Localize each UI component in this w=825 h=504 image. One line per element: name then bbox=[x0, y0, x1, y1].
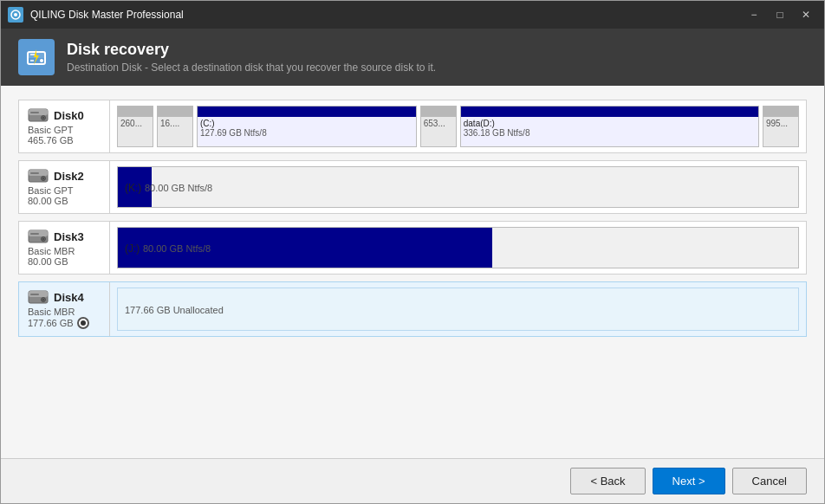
next-button[interactable]: Next > bbox=[653, 468, 725, 494]
svg-point-26 bbox=[42, 299, 44, 300]
disk2-partitions: (K:) 80.00 GB Ntfs/8 bbox=[110, 161, 806, 213]
disk-row-disk0[interactable]: Disk0 Basic GPT 465.76 GB 260... 16.... bbox=[18, 100, 807, 153]
disk2-size: 80.00 GB bbox=[28, 196, 101, 206]
disk-row-disk3[interactable]: Disk3 Basic MBR 80.00 GB (J:) 80.00 GB N… bbox=[18, 221, 807, 275]
disk0-part2: 16.... bbox=[157, 106, 193, 147]
disk4-name: Disk4 bbox=[54, 291, 84, 304]
disk3-partitions: (J:) 80.00 GB Ntfs/8 bbox=[110, 222, 806, 274]
page-title: Disk recovery bbox=[67, 41, 436, 59]
page-subtitle: Destination Disk - Select a destination … bbox=[67, 61, 436, 74]
svg-rect-27 bbox=[30, 294, 39, 295]
svg-rect-22 bbox=[30, 233, 39, 235]
disk0-part-c: (C:) 127.69 GB Ntfs/8 bbox=[197, 106, 417, 147]
disk3-part-j: (J:) 80.00 GB Ntfs/8 bbox=[117, 227, 799, 268]
page-header: Disk recovery Destination Disk - Select … bbox=[1, 29, 824, 86]
disk3-info: Disk3 Basic MBR 80.00 GB bbox=[19, 222, 110, 274]
disk0-part4: 653... bbox=[420, 106, 457, 147]
disk0-size: 465.76 GB bbox=[28, 135, 101, 145]
svg-point-21 bbox=[42, 238, 44, 240]
disk-list: Disk0 Basic GPT 465.76 GB 260... 16.... bbox=[1, 86, 824, 458]
svg-point-4 bbox=[40, 59, 43, 62]
app-title: QILING Disk Master Professional bbox=[30, 9, 743, 21]
disk4-type: Basic MBR bbox=[28, 307, 101, 317]
title-bar: QILING Disk Master Professional − □ ✕ bbox=[1, 1, 824, 29]
main-window: QILING Disk Master Professional − □ ✕ Di… bbox=[0, 0, 825, 504]
disk2-type: Basic GPT bbox=[28, 185, 101, 196]
header-text: Disk recovery Destination Disk - Select … bbox=[67, 41, 436, 74]
disk2-info: Disk2 Basic GPT 80.00 GB bbox=[19, 161, 110, 213]
app-icon bbox=[8, 7, 23, 23]
disk0-name: Disk0 bbox=[54, 109, 84, 122]
footer: < Back Next > Cancel bbox=[1, 458, 824, 503]
disk0-partitions: 260... 16.... (C:) 127.69 GB Ntfs/8 bbox=[110, 100, 806, 152]
minimize-button[interactable]: − bbox=[743, 6, 765, 23]
hdd-icon-disk2 bbox=[28, 168, 49, 184]
disk3-name: Disk3 bbox=[54, 230, 84, 243]
disk0-part6: 995... bbox=[763, 106, 799, 147]
disk4-info: Disk4 Basic MBR 177.66 GB bbox=[19, 282, 110, 336]
disk4-size: 177.66 GB bbox=[28, 318, 74, 328]
back-button[interactable]: < Back bbox=[570, 468, 645, 494]
svg-point-16 bbox=[42, 178, 44, 179]
disk-row-disk2[interactable]: Disk2 Basic GPT 80.00 GB (K:) 80.00 GB N… bbox=[18, 160, 807, 214]
hdd-icon-disk4 bbox=[28, 289, 49, 305]
disk0-type: Basic GPT bbox=[28, 125, 101, 135]
svg-point-1 bbox=[14, 13, 17, 16]
window-controls: − □ ✕ bbox=[743, 6, 817, 23]
hdd-icon-disk3 bbox=[28, 229, 49, 244]
maximize-button[interactable]: □ bbox=[769, 6, 791, 23]
disk4-radio[interactable] bbox=[77, 317, 89, 329]
svg-point-11 bbox=[42, 117, 44, 119]
disk0-part-d: data(D:) 336.18 GB Ntfs/8 bbox=[460, 106, 759, 147]
disk3-size: 80.00 GB bbox=[28, 256, 101, 267]
svg-rect-17 bbox=[30, 172, 39, 174]
disk-row-disk4[interactable]: Disk4 Basic MBR 177.66 GB 177.66 GB Unal… bbox=[18, 281, 807, 337]
header-icon bbox=[18, 39, 55, 75]
disk4-partitions: 177.66 GB Unallocated bbox=[110, 282, 806, 336]
close-button[interactable]: ✕ bbox=[795, 6, 817, 23]
disk0-info: Disk0 Basic GPT 465.76 GB bbox=[19, 100, 110, 152]
svg-rect-12 bbox=[30, 112, 39, 113]
cancel-button[interactable]: Cancel bbox=[732, 468, 807, 494]
disk0-part1: 260... bbox=[117, 106, 153, 147]
hdd-icon-disk0 bbox=[28, 107, 49, 123]
disk2-part-k: (K:) 80.00 GB Ntfs/8 bbox=[117, 166, 799, 208]
disk3-type: Basic MBR bbox=[28, 246, 101, 256]
disk2-name: Disk2 bbox=[54, 170, 84, 183]
disk4-part-unallocated: 177.66 GB Unallocated bbox=[117, 288, 799, 331]
